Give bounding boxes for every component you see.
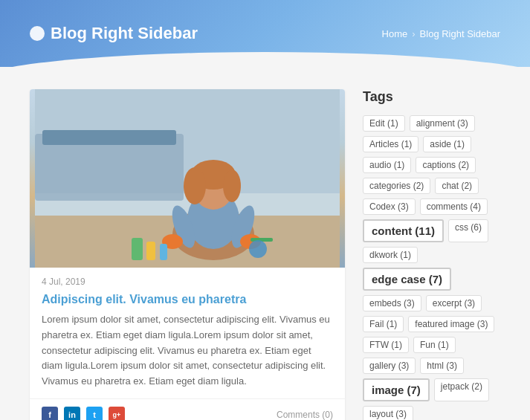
tag-item[interactable]: featured image (3) [408, 316, 494, 332]
tag-item[interactable]: Articles (1) [363, 136, 418, 152]
tag-item[interactable]: embeds (3) [363, 295, 421, 311]
tag-item[interactable]: image (7) [363, 378, 430, 401]
tag-item[interactable]: edge case (7) [363, 268, 451, 291]
article-card: 4 Jul, 2019 Adipiscing elit. Vivamus eu … [30, 89, 345, 420]
article-image-placeholder [30, 89, 345, 268]
tag-item[interactable]: content (11) [363, 219, 444, 242]
svg-point-9 [184, 167, 206, 204]
svg-point-10 [223, 169, 241, 202]
breadcrumb: Home › Blog Right Sidebar [382, 28, 500, 39]
tag-item[interactable]: Codex (3) [363, 198, 416, 215]
svg-rect-18 [146, 242, 155, 260]
sidebar: Tags Edit (1)alignment (3)Articles (1)as… [363, 89, 500, 420]
article-date: 4 Jul, 2019 [30, 268, 345, 290]
breadcrumb-separator: › [412, 28, 415, 39]
header: Blog Right Sidebar Home › Blog Right Sid… [0, 0, 530, 67]
main-content: 4 Jul, 2019 Adipiscing elit. Vivamus eu … [0, 67, 530, 420]
tag-item[interactable]: Fun (1) [413, 337, 456, 353]
tag-item[interactable]: css (6) [448, 219, 488, 242]
tag-item[interactable]: chat (2) [435, 178, 479, 194]
tags-container: Edit (1)alignment (3)Articles (1)aside (… [363, 115, 500, 420]
tag-item[interactable]: html (3) [420, 358, 464, 374]
article-image [30, 89, 345, 268]
linkedin-share-button[interactable]: in [64, 407, 80, 420]
google-share-button[interactable]: g+ [109, 407, 125, 420]
tag-item[interactable]: dkwork (1) [363, 247, 418, 263]
svg-rect-17 [132, 238, 143, 260]
site-logo: Blog Right Sidebar [30, 24, 198, 43]
facebook-share-button[interactable]: f [42, 407, 58, 420]
svg-rect-19 [160, 244, 167, 260]
tag-item[interactable]: categories (2) [363, 178, 430, 194]
tag-item[interactable]: excerpt (3) [426, 295, 482, 311]
tag-item[interactable]: layout (3) [363, 406, 413, 420]
logo-icon [30, 26, 45, 41]
tag-item[interactable]: comments (4) [420, 198, 488, 215]
article-excerpt: Lorem ipsum dolor sit amet, consectetur … [30, 312, 345, 398]
logo-text: Blog Right Sidebar [51, 24, 198, 43]
article-title[interactable]: Adipiscing elit. Vivamus eu pharetra [30, 290, 345, 312]
sidebar-tags-title: Tags [363, 89, 500, 105]
article-footer: f in t g+ Comments (0) [30, 398, 345, 420]
tag-item[interactable]: audio (1) [363, 157, 411, 173]
tag-item[interactable]: jetpack (2) [434, 378, 489, 401]
tag-item[interactable]: Fail (1) [363, 316, 404, 332]
tag-item[interactable]: aside (1) [423, 136, 471, 152]
tag-item[interactable]: FTW (1) [363, 337, 409, 353]
tag-item[interactable]: captions (2) [416, 157, 476, 173]
svg-point-16 [249, 240, 267, 258]
breadcrumb-home[interactable]: Home [382, 28, 408, 39]
comments-link[interactable]: Comments (0) [277, 410, 333, 420]
svg-rect-3 [42, 130, 176, 145]
tag-item[interactable]: Edit (1) [363, 115, 405, 132]
social-share-buttons: f in t g+ [42, 407, 125, 420]
tag-item[interactable]: alignment (3) [410, 115, 475, 132]
tag-item[interactable]: gallery (3) [363, 358, 416, 374]
twitter-share-button[interactable]: t [86, 407, 103, 420]
breadcrumb-current: Blog Right Sidebar [420, 28, 500, 39]
